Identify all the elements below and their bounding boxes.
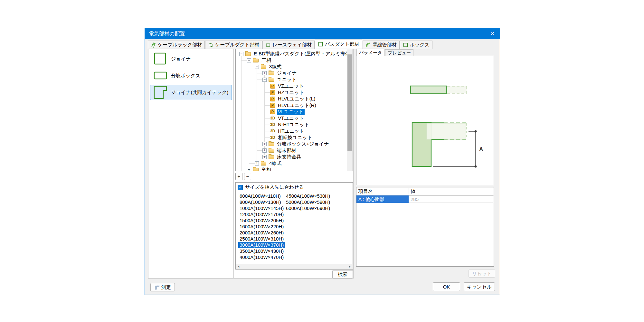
ok-button[interactable]: OK: [433, 282, 460, 291]
3d-icon: 3D: [270, 129, 275, 133]
tree-label: VTユニット: [277, 115, 305, 121]
tab-box[interactable]: ボックス: [400, 41, 432, 49]
tree-label: HLVLユニット(L): [277, 96, 316, 102]
plus-expander-icon[interactable]: +: [262, 148, 267, 153]
folder-icon: [269, 142, 274, 146]
tree-row[interactable]: +単相: [236, 166, 347, 171]
cancel-button[interactable]: キャンセル: [464, 282, 495, 291]
tree-row[interactable]: PVZユニット: [236, 83, 347, 89]
minus-expander-icon[interactable]: −: [247, 58, 251, 62]
size-item[interactable]: 5000A(100W×590H): [285, 199, 331, 205]
title-bar: 電気部材の配置 ×: [145, 28, 500, 39]
tree-label: 4線式: [268, 160, 282, 166]
tree-label: VZユニット: [277, 83, 305, 89]
plus-expander-icon[interactable]: +: [262, 155, 267, 159]
parametric-icon: P: [270, 90, 275, 95]
param-row[interactable]: A : 偏心距離285: [356, 195, 494, 203]
tab-raceway[interactable]: レースウェイ部材: [262, 41, 315, 49]
cable-rack-icon: [151, 42, 156, 48]
tree-row[interactable]: PHLVLユニット(R): [236, 102, 347, 109]
right-panel-tabs: パラメータ プレビュー: [356, 49, 414, 56]
minus-expander-icon[interactable]: −: [255, 65, 259, 69]
folder-icon: [269, 149, 274, 153]
fit-size-checkbox[interactable]: ✓: [238, 185, 243, 190]
tab-parameter[interactable]: パラメータ: [356, 49, 384, 56]
folder-icon: [253, 168, 259, 171]
size-item[interactable]: 600A(100W×110H): [238, 193, 282, 199]
tab-busduct[interactable]: バスダクト部材: [315, 40, 362, 49]
size-item[interactable]: 800A(100W×130H): [238, 199, 282, 205]
fit-size-label: サイズを挿入先に合わせる: [245, 184, 304, 190]
tab-preview[interactable]: プレビュー: [385, 49, 413, 56]
tree-row[interactable]: 3D相転換ユニット: [236, 134, 347, 141]
plus-expander-icon[interactable]: +: [247, 168, 251, 171]
tab-label: 電線管部材: [373, 42, 397, 48]
tree-row[interactable]: PHZユニット: [236, 89, 347, 96]
tree-label: HTユニット: [277, 128, 305, 134]
list-item-branch-box[interactable]: 分岐ボックス: [150, 68, 232, 83]
tree-row[interactable]: 3DHTユニット: [236, 128, 347, 134]
size-item[interactable]: 1200A(100W×170H): [238, 211, 285, 217]
tree-row[interactable]: +分岐ボックス+ジョイナ: [236, 141, 347, 147]
parametric-icon: P: [270, 84, 275, 89]
tree-row[interactable]: −3線式: [236, 63, 347, 70]
tree-label: HZユニット: [277, 90, 305, 96]
size-item[interactable]: 1600A(100W×220H): [238, 223, 285, 230]
tree-label: 端末部材: [276, 147, 297, 154]
size-list-col1: 600A(100W×110H)800A(100W×130H)1000A(100W…: [238, 193, 285, 260]
size-item[interactable]: 6000A(100W×690H): [285, 205, 331, 211]
tree-row[interactable]: +ジョイナ: [236, 70, 347, 76]
tree-label: E-BD型絶縁バスダクト(屋内型・アルミ導体): [253, 51, 347, 57]
tree-row[interactable]: 3DN-HTユニット: [236, 121, 347, 128]
part-label: ジョイナ(共同カイテック): [171, 90, 228, 96]
tree-row[interactable]: −E-BD型絶縁バスダクト(屋内型・アルミ導体): [236, 51, 347, 57]
tree-row[interactable]: −ユニット: [236, 76, 347, 83]
scroll-right-icon[interactable]: ►: [348, 265, 351, 268]
size-item[interactable]: 1000A(100W×145H): [238, 205, 285, 211]
3d-icon: 3D: [270, 135, 275, 140]
tree-row[interactable]: −三相: [236, 57, 347, 63]
tab-conduit[interactable]: 電線管部材: [363, 41, 400, 49]
measure-button[interactable]: 測定: [150, 283, 175, 291]
collapse-all-button[interactable]: −: [244, 173, 251, 180]
tree-row[interactable]: PHLVLユニット(L): [236, 96, 347, 102]
size-item[interactable]: 2000A(100W×260H): [238, 230, 285, 236]
tree-row[interactable]: 3DVTユニット: [236, 115, 347, 121]
expand-all-button[interactable]: +: [235, 173, 242, 180]
size-item[interactable]: 4000A(100W×470H): [238, 254, 285, 260]
tree-vscrollbar-thumb[interactable]: [347, 54, 352, 151]
tab-cable-duct[interactable]: ケーブルダクト部材: [205, 41, 262, 49]
size-item[interactable]: 1500A(100W×205H): [238, 217, 285, 223]
tab-cable-rack[interactable]: ケーブルラック部材: [148, 41, 205, 49]
search-button[interactable]: 検索: [332, 270, 353, 279]
param-header-name: 項目名: [358, 187, 373, 195]
size-item[interactable]: 4500A(100W×530H): [285, 193, 331, 199]
size-item[interactable]: 2500A(100W×310H): [238, 236, 285, 242]
plus-expander-icon[interactable]: +: [255, 161, 259, 166]
list-item-joiner[interactable]: ジョイナ: [150, 51, 232, 67]
list-item-joiner-kyodo[interactable]: ジョイナ(共同カイテック): [150, 85, 232, 100]
tree-row[interactable]: +端末部材: [236, 147, 347, 154]
raceway-icon: [265, 42, 271, 48]
param-value-cell[interactable]: 285: [409, 195, 493, 203]
plus-expander-icon[interactable]: +: [262, 142, 267, 146]
size-item[interactable]: 3000A(100W×370H): [238, 242, 285, 248]
folder-icon: [253, 59, 259, 62]
tree-row[interactable]: +4線式: [236, 160, 347, 166]
folder-icon: [269, 155, 274, 159]
param-name-cell[interactable]: A : 偏心距離: [356, 195, 409, 203]
tree-row[interactable]: +床支持金具: [236, 154, 347, 160]
tree-label: 分岐ボックス+ジョイナ: [276, 141, 330, 147]
plus-expander-icon[interactable]: +: [262, 71, 267, 75]
tree-row[interactable]: PVLユニット: [236, 109, 347, 115]
reset-button[interactable]: リセット: [469, 270, 495, 278]
size-item[interactable]: 3500A(100W×430H): [238, 248, 285, 254]
scroll-left-icon[interactable]: ◄: [237, 265, 240, 268]
size-hscrollbar[interactable]: ◄ ►: [236, 264, 352, 269]
tree-vscrollbar[interactable]: [347, 49, 353, 171]
minus-expander-icon[interactable]: −: [262, 78, 267, 82]
tab-label: ケーブルラック部材: [158, 42, 202, 48]
preview-drawing: A: [356, 56, 494, 185]
minus-expander-icon[interactable]: −: [239, 52, 243, 56]
close-button[interactable]: ×: [485, 28, 500, 39]
